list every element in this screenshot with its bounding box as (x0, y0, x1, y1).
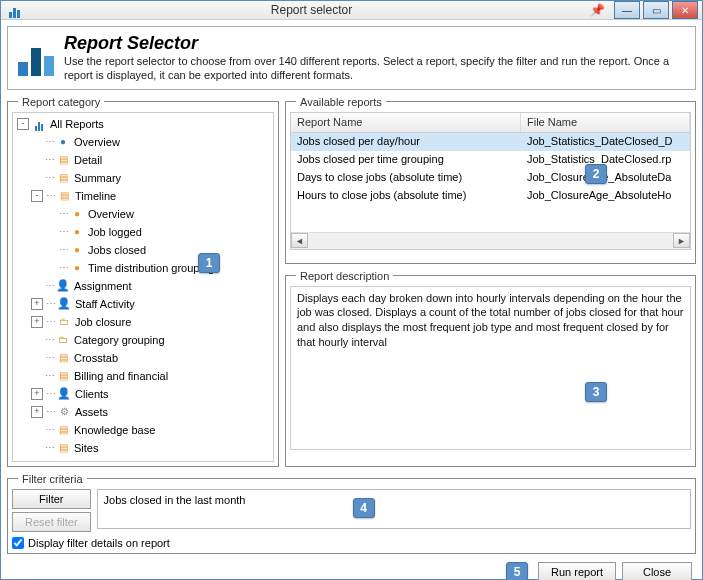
close-dialog-button[interactable]: Close (622, 562, 692, 580)
header-text: Report Selector Use the report selector … (64, 33, 685, 83)
cell-report-name: Hours to close jobs (absolute time) (291, 187, 521, 205)
tree-node-label: Assets (75, 406, 108, 418)
tree-node[interactable]: ⋯●Overview (15, 205, 271, 223)
tree-node[interactable]: ⋯●Job logged (15, 223, 271, 241)
scroll-left-icon[interactable]: ◄ (291, 233, 308, 248)
tree-node[interactable]: ⋯▤Summary (15, 169, 271, 187)
tree-node-label: Category grouping (74, 334, 165, 346)
tree-node-label: Timeline (75, 190, 116, 202)
display-filter-checkbox[interactable] (12, 537, 24, 549)
table-row[interactable]: Days to close jobs (absolute time)Job_Cl… (291, 169, 690, 187)
tree-node-label: Knowledge base (74, 424, 155, 436)
scroll-right-icon[interactable]: ► (673, 233, 690, 248)
pin-icon[interactable]: 📌 (590, 3, 605, 17)
page-icon: ▤ (57, 189, 71, 203)
body: Report category -All Reports⋯●Overview⋯▤… (7, 96, 696, 467)
dot-orange-icon: ● (70, 243, 84, 257)
gear-icon: ⚙ (57, 405, 71, 419)
page-icon: ▤ (56, 171, 70, 185)
minimize-button[interactable]: — (614, 1, 640, 19)
tree-node[interactable]: ⋯👤Assignment (15, 277, 271, 295)
maximize-button[interactable]: ▭ (643, 1, 669, 19)
cell-file-name: Job_ClosureAge_AbsoluteHo (521, 187, 690, 205)
category-tree-scroll[interactable]: -All Reports⋯●Overview⋯▤Detail⋯▤Summary-… (12, 112, 274, 462)
collapse-icon[interactable]: - (31, 190, 43, 202)
callout-2: 2 (585, 164, 607, 184)
display-filter-checkbox-row: Display filter details on report (12, 537, 691, 549)
display-filter-label[interactable]: Display filter details on report (28, 537, 170, 549)
filter-criteria-legend: Filter criteria (18, 473, 87, 485)
filter-text-value: Jobs closed in the last month (104, 494, 246, 506)
tree-node-label: Sites (74, 442, 98, 454)
close-button[interactable]: ✕ (672, 1, 698, 19)
person-icon: 👤 (56, 279, 70, 293)
tree-node[interactable]: +⋯🗀Job closure (15, 313, 271, 331)
collapse-icon[interactable]: - (17, 118, 29, 130)
tree-node[interactable]: ⋯▤Crosstab (15, 349, 271, 367)
page-icon: ▤ (56, 369, 70, 383)
tree-node[interactable]: ⋯●Overview (15, 133, 271, 151)
available-reports-legend: Available reports (296, 96, 386, 108)
person-icon: 👤 (57, 387, 71, 401)
cell-report-name: Jobs closed per time grouping (291, 151, 521, 169)
table-row[interactable]: Jobs closed per day/hourJob_Statistics_D… (291, 133, 690, 151)
tree-node[interactable]: +⋯⚙Assets (15, 403, 271, 421)
tree-node-label: Job closure (75, 316, 131, 328)
tree-node[interactable]: ⋯▤Knowledge base (15, 421, 271, 439)
tree-node-label: Detail (74, 154, 102, 166)
footer: 5 Run report Close (11, 562, 692, 580)
tree-node[interactable]: ⋯●Time distribution grouping (15, 259, 271, 277)
cell-report-name: Jobs closed per day/hour (291, 133, 521, 151)
header-panel: Report Selector Use the report selector … (7, 26, 696, 90)
tree-node-label: Overview (74, 136, 120, 148)
run-report-button[interactable]: Run report (538, 562, 616, 580)
page-icon: ▤ (56, 351, 70, 365)
right-column: Available reports Report Name File Name … (285, 96, 696, 467)
expand-icon[interactable]: + (31, 388, 43, 400)
tree-node[interactable]: ⋯●Jobs closed (15, 241, 271, 259)
dot-blue-icon: ● (56, 135, 70, 149)
expand-icon[interactable]: + (31, 316, 43, 328)
callout-1: 1 (198, 253, 220, 273)
tree-node-label: Billing and financial (74, 370, 168, 382)
tree-node[interactable]: +⋯👤Clients (15, 385, 271, 403)
tree-node[interactable]: ⋯▤Detail (15, 151, 271, 169)
window-controls: 📌 — ▭ ✕ (590, 1, 698, 19)
filter-button[interactable]: Filter (12, 489, 91, 509)
report-selector-icon (18, 40, 54, 76)
filter-row: Filter Reset filter Jobs closed in the l… (12, 489, 691, 532)
table-header: Report Name File Name (291, 113, 690, 133)
col-report-name[interactable]: Report Name (291, 113, 521, 132)
report-selector-window: Report selector 📌 — ▭ ✕ Report Selector … (0, 0, 703, 580)
titlebar: Report selector 📌 — ▭ ✕ (1, 1, 702, 20)
callout-5: 5 (506, 562, 528, 580)
tree-node-label: Overview (88, 208, 134, 220)
page-icon: ▤ (56, 153, 70, 167)
tree-node[interactable]: +⋯👤Staff Activity (15, 295, 271, 313)
callout-4: 4 (353, 498, 375, 518)
tree-node[interactable]: ⋯▤Billing and financial (15, 367, 271, 385)
table-row[interactable]: Hours to close jobs (absolute time)Job_C… (291, 187, 690, 205)
tree-node-label: Jobs closed (88, 244, 146, 256)
header-subtitle: Use the report selector to choose from o… (64, 54, 685, 83)
table-row[interactable]: Jobs closed per time groupingJob_Statist… (291, 151, 690, 169)
report-description-text: Displays each day broken down into hourl… (290, 286, 691, 450)
tree-node[interactable]: -⋯▤Timeline (15, 187, 271, 205)
report-category-legend: Report category (18, 96, 104, 108)
person-icon: 👤 (57, 297, 71, 311)
tree-node-label: All Reports (50, 118, 104, 130)
tree-node[interactable]: ⋯🗀Category grouping (15, 331, 271, 349)
report-category-group: Report category -All Reports⋯●Overview⋯▤… (7, 96, 279, 467)
horizontal-scrollbar[interactable]: ◄ ► (291, 232, 690, 249)
tree-node[interactable]: -All Reports (15, 115, 271, 133)
report-description-group: Report description Displays each day bro… (285, 270, 696, 467)
dot-orange-icon: ● (70, 225, 84, 239)
bars-icon (32, 117, 46, 131)
dot-orange-icon: ● (70, 207, 84, 221)
col-file-name[interactable]: File Name (521, 113, 690, 132)
available-reports-group: Available reports Report Name File Name … (285, 96, 696, 264)
cell-report-name: Days to close jobs (absolute time) (291, 169, 521, 187)
tree-node[interactable]: ⋯▤Sites (15, 439, 271, 457)
expand-icon[interactable]: + (31, 298, 43, 310)
expand-icon[interactable]: + (31, 406, 43, 418)
